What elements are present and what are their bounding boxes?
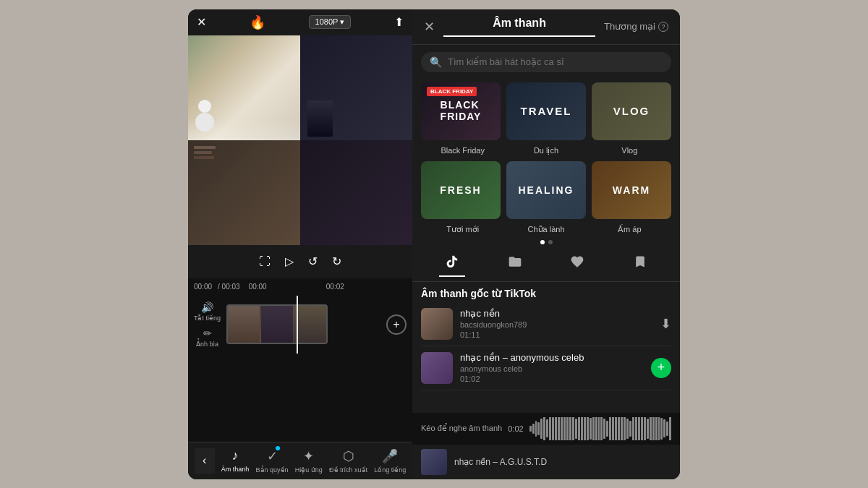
music-thumb-2 bbox=[421, 352, 453, 384]
timeline-clips: 🔊 Tắt tiếng ✏ Ảnh bìa + bbox=[188, 296, 412, 354]
category-labels-row2: Tươi mới Chữa lành Ấm áp bbox=[412, 222, 680, 237]
category-warm[interactable]: WARM bbox=[592, 161, 671, 219]
de-trich-xuat-icon: ⬡ bbox=[343, 448, 354, 464]
search-input[interactable] bbox=[448, 56, 663, 67]
label-black-friday: Black Friday bbox=[421, 146, 504, 155]
tab-bookmark[interactable] bbox=[627, 252, 653, 277]
nav-am-thanh[interactable]: ♪ Âm thanh bbox=[221, 448, 250, 473]
preview-grid bbox=[188, 35, 412, 245]
time-marker1: 00:02 bbox=[326, 283, 344, 291]
add-track-button[interactable]: + bbox=[651, 358, 671, 378]
flame-icon: 🔥 bbox=[250, 14, 265, 30]
nav-de-trich-xuat[interactable]: ⬡ Đề trích xuất bbox=[329, 448, 367, 474]
playhead bbox=[297, 304, 298, 344]
next-track-info: nhạc nền – A.G.U.S.T.D bbox=[454, 457, 671, 467]
healing-text: HEALING bbox=[519, 184, 574, 196]
tab-folder[interactable] bbox=[502, 252, 528, 277]
upload-icon[interactable]: ⬆ bbox=[394, 15, 404, 29]
nav-long-tieng[interactable]: 🎤 Lồng tiếng bbox=[374, 448, 406, 474]
de-trich-xuat-label: Đề trích xuất bbox=[329, 466, 367, 474]
section-title: Âm thanh gốc từ TikTok bbox=[412, 282, 680, 302]
right-close-icon[interactable]: ✕ bbox=[424, 19, 435, 35]
add-clip-button[interactable]: + bbox=[386, 314, 407, 335]
thuong-mai-label: Thương mại bbox=[604, 21, 655, 32]
warm-label-inner: WARM bbox=[592, 161, 671, 219]
nav-ban-quyen[interactable]: ✓ Bản quyền bbox=[256, 448, 289, 474]
undo-button[interactable]: ↺ bbox=[308, 254, 318, 268]
vlog-label-inner: VLOG bbox=[592, 82, 671, 140]
clip-frame-1 bbox=[228, 306, 260, 343]
download-icon-1[interactable]: ⬇ bbox=[660, 316, 671, 332]
hieu-ung-label: Hiệu ứng bbox=[295, 466, 323, 474]
vlog-text: VLOG bbox=[613, 105, 650, 117]
label-du-lich: Du lịch bbox=[504, 146, 587, 155]
preview-cell-3 bbox=[188, 140, 300, 245]
waveform-viz[interactable]: // Generate waveform bars after page loa… bbox=[529, 417, 671, 440]
thuong-mai-link[interactable]: Thương mại ? bbox=[604, 21, 668, 32]
pen-icon: ✏ bbox=[203, 328, 212, 339]
search-bar[interactable]: 🔍 bbox=[421, 52, 671, 72]
am-thanh-label: Âm thanh bbox=[221, 466, 250, 473]
category-grid-row2: FRESH HEALING WARM bbox=[412, 158, 680, 222]
ban-quyen-icon: ✓ bbox=[267, 449, 278, 463]
healing-label-inner: HEALING bbox=[506, 161, 586, 219]
music-duration-2: 01:02 bbox=[460, 374, 644, 383]
mute-track-icon[interactable]: 🔊 Tắt tiếng bbox=[194, 301, 221, 322]
playback-controls: ⛶ ▷ ↺ ↻ bbox=[188, 245, 412, 278]
badge-dot bbox=[276, 446, 280, 450]
black-friday-text: BLACKFRIDAY bbox=[441, 100, 482, 122]
preview-cell-2 bbox=[300, 35, 412, 140]
search-icon: 🔍 bbox=[430, 56, 442, 68]
dot-2 bbox=[548, 240, 553, 244]
right-panel: ✕ Âm thanh Thương mại ? 🔍 BLACK FRIDAY B… bbox=[412, 9, 680, 479]
music-name-1: nhạc nền bbox=[460, 308, 653, 319]
clip-frame-2 bbox=[261, 306, 293, 343]
label-am-ap: Ấm áp bbox=[588, 225, 671, 234]
bookmark-icon bbox=[633, 254, 647, 269]
category-travel[interactable]: TRAVEL bbox=[506, 82, 586, 140]
tab-like[interactable] bbox=[564, 252, 590, 277]
music-item-1[interactable]: nhạc nền bacsiduongkon789 01:11 ⬇ bbox=[421, 302, 671, 346]
next-track[interactable]: nhạc nền – A.G.U.S.T.D bbox=[412, 445, 680, 479]
timeline-bar: 00:00 / 00:03 00:00 00:02 bbox=[188, 278, 412, 296]
cover-track-icon[interactable]: ✏ Ảnh bìa bbox=[194, 328, 221, 348]
clip-thumbnail[interactable] bbox=[226, 304, 328, 344]
label-chua-lanh: Chữa lành bbox=[504, 225, 587, 234]
label-vlog: Vlog bbox=[588, 146, 671, 155]
play-button[interactable]: ▷ bbox=[285, 254, 294, 268]
hieu-ung-icon: ✦ bbox=[303, 448, 314, 464]
ban-quyen-badge: ✓ bbox=[267, 448, 278, 464]
nav-hieu-ung[interactable]: ✦ Hiệu ứng bbox=[295, 448, 323, 474]
left-panel: ✕ 🔥 1080P ▾ ⬆ bbox=[188, 9, 412, 479]
music-info-1: nhạc nền bacsiduongkon789 01:11 bbox=[460, 308, 653, 339]
back-button[interactable]: ‹ bbox=[195, 448, 215, 474]
category-grid-row1: BLACK FRIDAY BLACKFRIDAY TRAVEL VLOG bbox=[412, 80, 680, 143]
music-name-2: nhạc nền – anonymous celeb bbox=[460, 352, 644, 363]
category-healing[interactable]: HEALING bbox=[506, 161, 586, 219]
am-thanh-icon: ♪ bbox=[232, 448, 239, 463]
next-track-name: nhạc nền – A.G.U.S.T.D bbox=[454, 457, 671, 467]
time-current: 00:00 bbox=[194, 283, 212, 291]
preview-cell-1 bbox=[188, 35, 300, 140]
right-header: ✕ Âm thanh Thương mại ? bbox=[412, 9, 680, 45]
music-item-2[interactable]: nhạc nền – anonymous celeb anonymous cel… bbox=[421, 346, 671, 390]
close-icon[interactable]: ✕ bbox=[197, 15, 206, 29]
dot-1 bbox=[540, 240, 545, 244]
tab-tiktok[interactable] bbox=[439, 252, 465, 277]
category-vlog[interactable]: VLOG bbox=[592, 82, 671, 140]
redo-button[interactable]: ↻ bbox=[332, 254, 341, 268]
music-list: nhạc nền bacsiduongkon789 01:11 ⬇ nhạc n… bbox=[412, 302, 680, 413]
waveform-section: Kéo để nghe âm thanh 0:02 // Generate wa… bbox=[412, 413, 680, 445]
tiktok-icon bbox=[445, 254, 459, 269]
resolution-button[interactable]: 1080P ▾ bbox=[309, 15, 352, 29]
category-fresh[interactable]: FRESH bbox=[421, 161, 501, 219]
timeline-empty bbox=[188, 354, 412, 442]
long-tieng-label: Lồng tiếng bbox=[374, 466, 406, 474]
travel-text: TRAVEL bbox=[521, 105, 572, 117]
travel-label-inner: TRAVEL bbox=[506, 82, 586, 140]
label-tuoi-moi: Tươi mới bbox=[421, 225, 504, 234]
music-thumb-1 bbox=[421, 308, 453, 340]
expand-icon[interactable]: ⛶ bbox=[259, 255, 271, 268]
category-black-friday[interactable]: BLACK FRIDAY BLACKFRIDAY bbox=[421, 82, 501, 140]
right-title: Âm thanh bbox=[443, 17, 595, 37]
